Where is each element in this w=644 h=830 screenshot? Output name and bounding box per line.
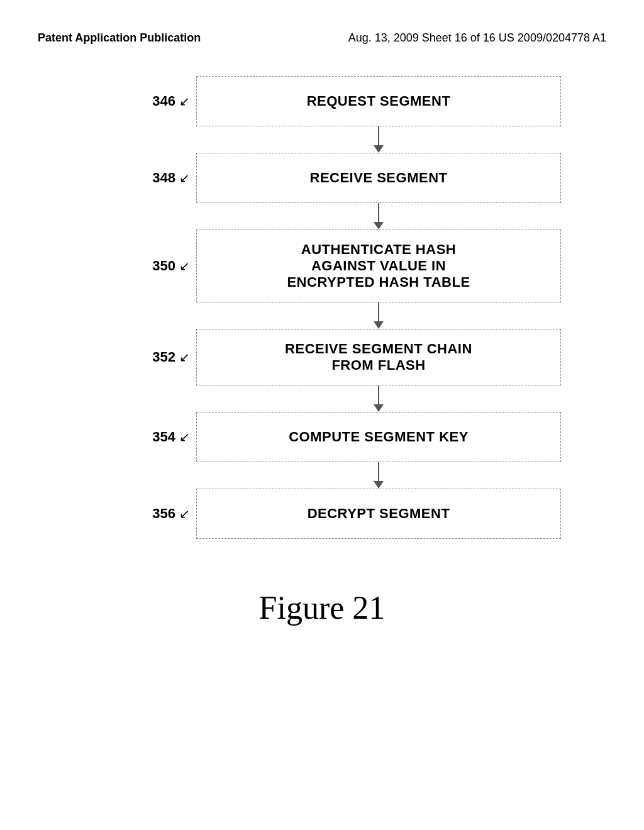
connector-arrow — [374, 481, 384, 489]
step-box-352: RECEIVE SEGMENT CHAINFROM FLASH — [196, 329, 561, 385]
figure-caption: Figure 21 — [0, 589, 644, 626]
step-label-346: 346 ↙ — [121, 93, 196, 109]
step-box-348: RECEIVE SEGMENT — [196, 153, 561, 203]
step-number-350: 350 ↙ — [152, 258, 190, 274]
flow-container: 346 ↙REQUEST SEGMENT 348 ↙RECEIVE SEGMEN… — [121, 76, 561, 539]
connector-352 — [121, 302, 561, 329]
connector-arrow — [374, 145, 384, 153]
flow-step-352: 352 ↙RECEIVE SEGMENT CHAINFROM FLASH — [121, 329, 561, 385]
step-box-356: DECRYPT SEGMENT — [196, 489, 561, 539]
connector-line — [378, 126, 379, 145]
connector-356 — [121, 462, 561, 489]
connector-350 — [121, 203, 561, 230]
publication-info: Aug. 13, 2009 Sheet 16 of 16 US 2009/020… — [348, 31, 606, 45]
connector-354 — [121, 385, 561, 412]
diagram-area: 346 ↙REQUEST SEGMENT 348 ↙RECEIVE SEGMEN… — [0, 57, 644, 551]
step-number-356: 356 ↙ — [152, 506, 190, 521]
connector-line — [378, 302, 379, 321]
connector-348 — [121, 126, 561, 153]
connector-line — [378, 385, 379, 404]
page: Patent Application Publication Aug. 13, … — [0, 0, 644, 830]
connector-line — [378, 462, 379, 481]
step-box-350: AUTHENTICATE HASHAGAINST VALUE INENCRYPT… — [196, 230, 561, 302]
flow-step-356: 356 ↙DECRYPT SEGMENT — [121, 489, 561, 539]
step-label-352: 352 ↙ — [121, 349, 196, 365]
step-box-354: COMPUTE SEGMENT KEY — [196, 412, 561, 462]
step-label-350: 350 ↙ — [121, 258, 196, 274]
step-number-354: 354 ↙ — [152, 429, 190, 445]
connector-arrow — [374, 321, 384, 329]
publication-label: Patent Application Publication — [38, 31, 201, 45]
header: Patent Application Publication Aug. 13, … — [0, 0, 644, 57]
flow-step-348: 348 ↙RECEIVE SEGMENT — [121, 153, 561, 203]
step-box-346: REQUEST SEGMENT — [196, 76, 561, 126]
step-label-356: 356 ↙ — [121, 506, 196, 522]
step-number-348: 348 ↙ — [152, 170, 190, 185]
flow-step-350: 350 ↙AUTHENTICATE HASHAGAINST VALUE INEN… — [121, 230, 561, 302]
connector-arrow — [374, 222, 384, 230]
step-number-352: 352 ↙ — [152, 349, 190, 365]
flow-step-346: 346 ↙REQUEST SEGMENT — [121, 76, 561, 126]
flow-step-354: 354 ↙COMPUTE SEGMENT KEY — [121, 412, 561, 462]
step-number-346: 346 ↙ — [152, 93, 190, 109]
step-label-348: 348 ↙ — [121, 170, 196, 186]
step-label-354: 354 ↙ — [121, 429, 196, 445]
connector-line — [378, 203, 379, 222]
connector-arrow — [374, 404, 384, 412]
